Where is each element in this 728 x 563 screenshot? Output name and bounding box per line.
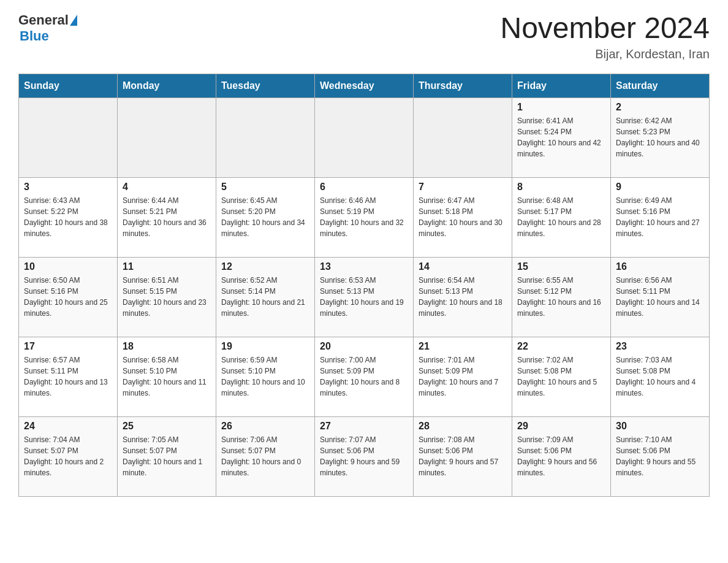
day-cell: 1Sunrise: 6:41 AM Sunset: 5:24 PM Daylig… <box>512 98 611 177</box>
day-cell: 19Sunrise: 6:59 AM Sunset: 5:10 PM Dayli… <box>216 337 315 416</box>
day-info: Sunrise: 6:41 AM Sunset: 5:24 PM Dayligh… <box>517 115 605 159</box>
day-number: 20 <box>320 341 408 352</box>
day-number: 5 <box>221 182 309 193</box>
day-info: Sunrise: 7:08 AM Sunset: 5:06 PM Dayligh… <box>419 434 507 478</box>
day-cell: 9Sunrise: 6:49 AM Sunset: 5:16 PM Daylig… <box>611 177 710 257</box>
day-cell: 27Sunrise: 7:07 AM Sunset: 5:06 PM Dayli… <box>315 416 414 496</box>
header-cell-thursday: Thursday <box>414 74 512 98</box>
day-info: Sunrise: 7:01 AM Sunset: 5:09 PM Dayligh… <box>419 354 507 399</box>
day-info: Sunrise: 6:51 AM Sunset: 5:15 PM Dayligh… <box>123 275 211 319</box>
day-number: 6 <box>320 182 408 193</box>
day-info: Sunrise: 7:02 AM Sunset: 5:08 PM Dayligh… <box>517 354 605 399</box>
day-info: Sunrise: 6:50 AM Sunset: 5:16 PM Dayligh… <box>24 275 112 319</box>
day-number: 15 <box>517 261 605 272</box>
day-number: 24 <box>24 421 112 432</box>
day-cell: 2Sunrise: 6:42 AM Sunset: 5:23 PM Daylig… <box>611 98 710 177</box>
day-info: Sunrise: 6:43 AM Sunset: 5:22 PM Dayligh… <box>24 195 112 239</box>
day-cell: 16Sunrise: 6:56 AM Sunset: 5:11 PM Dayli… <box>611 257 710 337</box>
day-info: Sunrise: 6:49 AM Sunset: 5:16 PM Dayligh… <box>616 195 704 239</box>
calendar-body: 1Sunrise: 6:41 AM Sunset: 5:24 PM Daylig… <box>19 98 710 496</box>
title-block: November 2024 Bijar, Kordestan, Iran <box>500 12 710 61</box>
day-number: 16 <box>616 261 704 272</box>
day-cell: 15Sunrise: 6:55 AM Sunset: 5:12 PM Dayli… <box>512 257 611 337</box>
day-cell: 22Sunrise: 7:02 AM Sunset: 5:08 PM Dayli… <box>512 337 611 416</box>
day-info: Sunrise: 6:53 AM Sunset: 5:13 PM Dayligh… <box>320 275 408 319</box>
day-cell: 5Sunrise: 6:45 AM Sunset: 5:20 PM Daylig… <box>216 177 315 257</box>
day-info: Sunrise: 6:54 AM Sunset: 5:13 PM Dayligh… <box>419 275 507 319</box>
logo: General Blue <box>18 12 77 44</box>
header-cell-sunday: Sunday <box>19 74 118 98</box>
day-number: 12 <box>221 261 309 272</box>
day-cell: 25Sunrise: 7:05 AM Sunset: 5:07 PM Dayli… <box>118 416 216 496</box>
day-number: 13 <box>320 261 408 272</box>
day-info: Sunrise: 6:59 AM Sunset: 5:10 PM Dayligh… <box>221 354 309 399</box>
day-cell: 21Sunrise: 7:01 AM Sunset: 5:09 PM Dayli… <box>414 337 512 416</box>
day-cell: 26Sunrise: 7:06 AM Sunset: 5:07 PM Dayli… <box>216 416 315 496</box>
logo-general-text: General <box>18 12 69 28</box>
page-header: General Blue November 2024 Bijar, Kordes… <box>18 12 710 61</box>
day-number: 3 <box>24 182 112 193</box>
day-info: Sunrise: 6:56 AM Sunset: 5:11 PM Dayligh… <box>616 275 704 319</box>
location-subtitle: Bijar, Kordestan, Iran <box>500 47 710 61</box>
day-cell: 28Sunrise: 7:08 AM Sunset: 5:06 PM Dayli… <box>414 416 512 496</box>
day-cell: 17Sunrise: 6:57 AM Sunset: 5:11 PM Dayli… <box>19 337 118 416</box>
day-info: Sunrise: 7:07 AM Sunset: 5:06 PM Dayligh… <box>320 434 408 478</box>
day-number: 11 <box>123 261 211 272</box>
day-number: 21 <box>419 341 507 352</box>
day-info: Sunrise: 7:09 AM Sunset: 5:06 PM Dayligh… <box>517 434 605 478</box>
day-cell: 13Sunrise: 6:53 AM Sunset: 5:13 PM Dayli… <box>315 257 414 337</box>
logo-top: General <box>18 12 77 28</box>
week-row-1: 1Sunrise: 6:41 AM Sunset: 5:24 PM Daylig… <box>19 98 710 177</box>
day-number: 14 <box>419 261 507 272</box>
day-info: Sunrise: 6:42 AM Sunset: 5:23 PM Dayligh… <box>616 115 704 159</box>
header-cell-wednesday: Wednesday <box>315 74 414 98</box>
calendar-header: SundayMondayTuesdayWednesdayThursdayFrid… <box>19 74 710 98</box>
day-number: 30 <box>616 421 704 432</box>
day-cell <box>216 98 315 177</box>
day-info: Sunrise: 7:04 AM Sunset: 5:07 PM Dayligh… <box>24 434 112 478</box>
day-number: 27 <box>320 421 408 432</box>
day-info: Sunrise: 7:10 AM Sunset: 5:06 PM Dayligh… <box>616 434 704 478</box>
day-cell: 3Sunrise: 6:43 AM Sunset: 5:22 PM Daylig… <box>19 177 118 257</box>
day-number: 23 <box>616 341 704 352</box>
day-number: 2 <box>616 102 704 113</box>
day-number: 18 <box>123 341 211 352</box>
day-info: Sunrise: 6:45 AM Sunset: 5:20 PM Dayligh… <box>221 195 309 239</box>
day-number: 17 <box>24 341 112 352</box>
day-info: Sunrise: 7:03 AM Sunset: 5:08 PM Dayligh… <box>616 354 704 399</box>
day-cell: 14Sunrise: 6:54 AM Sunset: 5:13 PM Dayli… <box>414 257 512 337</box>
day-cell: 11Sunrise: 6:51 AM Sunset: 5:15 PM Dayli… <box>118 257 216 337</box>
day-number: 1 <box>517 102 605 113</box>
day-cell <box>118 98 216 177</box>
day-number: 19 <box>221 341 309 352</box>
day-number: 8 <box>517 182 605 193</box>
day-cell <box>315 98 414 177</box>
day-number: 10 <box>24 261 112 272</box>
day-cell: 24Sunrise: 7:04 AM Sunset: 5:07 PM Dayli… <box>19 416 118 496</box>
day-info: Sunrise: 6:44 AM Sunset: 5:21 PM Dayligh… <box>123 195 211 239</box>
day-info: Sunrise: 6:55 AM Sunset: 5:12 PM Dayligh… <box>517 275 605 319</box>
header-cell-friday: Friday <box>512 74 611 98</box>
day-number: 28 <box>419 421 507 432</box>
day-cell: 6Sunrise: 6:46 AM Sunset: 5:19 PM Daylig… <box>315 177 414 257</box>
day-cell: 8Sunrise: 6:48 AM Sunset: 5:17 PM Daylig… <box>512 177 611 257</box>
day-number: 4 <box>123 182 211 193</box>
day-cell: 30Sunrise: 7:10 AM Sunset: 5:06 PM Dayli… <box>611 416 710 496</box>
day-cell: 4Sunrise: 6:44 AM Sunset: 5:21 PM Daylig… <box>118 177 216 257</box>
day-info: Sunrise: 7:06 AM Sunset: 5:07 PM Dayligh… <box>221 434 309 478</box>
day-info: Sunrise: 7:05 AM Sunset: 5:07 PM Dayligh… <box>123 434 211 478</box>
day-number: 29 <box>517 421 605 432</box>
day-cell: 20Sunrise: 7:00 AM Sunset: 5:09 PM Dayli… <box>315 337 414 416</box>
day-info: Sunrise: 6:58 AM Sunset: 5:10 PM Dayligh… <box>123 354 211 399</box>
day-info: Sunrise: 6:48 AM Sunset: 5:17 PM Dayligh… <box>517 195 605 239</box>
week-row-2: 3Sunrise: 6:43 AM Sunset: 5:22 PM Daylig… <box>19 177 710 257</box>
day-number: 25 <box>123 421 211 432</box>
day-cell <box>414 98 512 177</box>
day-info: Sunrise: 6:52 AM Sunset: 5:14 PM Dayligh… <box>221 275 309 319</box>
day-number: 9 <box>616 182 704 193</box>
header-cell-monday: Monday <box>118 74 216 98</box>
day-cell: 29Sunrise: 7:09 AM Sunset: 5:06 PM Dayli… <box>512 416 611 496</box>
week-row-5: 24Sunrise: 7:04 AM Sunset: 5:07 PM Dayli… <box>19 416 710 496</box>
day-info: Sunrise: 6:46 AM Sunset: 5:19 PM Dayligh… <box>320 195 408 239</box>
day-number: 26 <box>221 421 309 432</box>
